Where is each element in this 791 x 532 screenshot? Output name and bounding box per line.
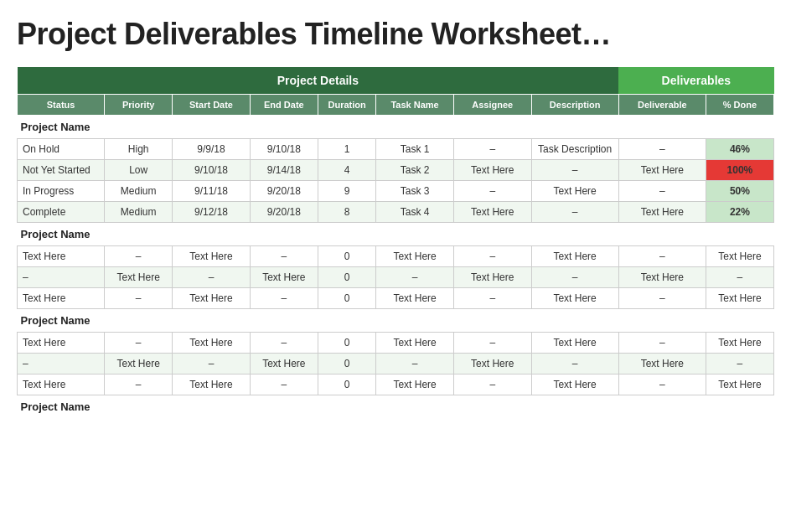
cell-4: 0 — [318, 374, 375, 395]
cell-1: Medium — [105, 202, 173, 223]
col-header-start-date: Start Date — [173, 95, 251, 116]
cell-8: – — [618, 139, 706, 160]
cell-6: – — [453, 139, 531, 160]
cell-6: Text Here — [453, 160, 531, 181]
cell-7: Text Here — [531, 288, 618, 309]
table-row: In ProgressMedium9/11/189/20/189Task 3–T… — [18, 181, 774, 202]
cell-4: 1 — [318, 139, 375, 160]
cell-1: Low — [105, 160, 173, 181]
cell-0: Text Here — [18, 288, 105, 309]
cell-4: 0 — [318, 333, 375, 354]
cell-2: 9/12/18 — [173, 202, 251, 223]
section-name-3: Project Name — [18, 395, 774, 419]
table-row: Not Yet StartedLow9/10/189/14/184Task 2T… — [18, 160, 774, 181]
cell-7: Text Here — [531, 374, 618, 395]
cell-9: Text Here — [706, 374, 773, 395]
cell-5: Task 3 — [376, 181, 454, 202]
cell-7: Text Here — [531, 333, 618, 354]
cell-9: 50% — [706, 181, 773, 202]
table-row: Text Here–Text Here–0Text Here–Text Here… — [18, 374, 774, 395]
cell-1: – — [105, 374, 173, 395]
cell-0: Not Yet Started — [18, 160, 105, 181]
cell-6: Text Here — [453, 267, 531, 288]
cell-8: Text Here — [618, 202, 706, 223]
cell-3: 9/10/18 — [250, 139, 318, 160]
cell-3: – — [250, 288, 318, 309]
cell-8: – — [618, 333, 706, 354]
cell-2: 9/10/18 — [173, 160, 251, 181]
cell-3: Text Here — [250, 354, 318, 374]
cell-5: Task 1 — [376, 139, 454, 160]
cell-9: Text Here — [706, 288, 773, 309]
cell-6: – — [453, 181, 531, 202]
cell-5: Text Here — [376, 333, 454, 354]
table-row: CompleteMedium9/12/189/20/188Task 4Text … — [18, 202, 774, 223]
group-details-header: Project Details — [18, 67, 619, 95]
cell-2: – — [173, 354, 251, 374]
cell-9: 46% — [706, 139, 773, 160]
cell-0: Text Here — [18, 246, 105, 267]
cell-7: – — [531, 354, 618, 374]
cell-9: 100% — [706, 160, 773, 181]
page-title: Project Deliverables Timeline Worksheet… — [17, 17, 774, 52]
cell-3: – — [250, 333, 318, 354]
cell-5: – — [376, 354, 454, 374]
cell-4: 0 — [318, 267, 375, 288]
cell-8: – — [618, 246, 706, 267]
section-name-2: Project Name — [18, 309, 774, 333]
cell-3: 9/20/18 — [250, 202, 318, 223]
cell-0: Text Here — [18, 374, 105, 395]
cell-9: Text Here — [706, 333, 773, 354]
table-row: On HoldHigh9/9/189/10/181Task 1–Task Des… — [18, 139, 774, 160]
cell-6: Text Here — [453, 202, 531, 223]
cell-4: 0 — [318, 288, 375, 309]
cell-0: Complete — [18, 202, 105, 223]
cell-2: Text Here — [173, 246, 251, 267]
table-row: –Text Here–Text Here0–Text Here–Text Her… — [18, 267, 774, 288]
cell-7: – — [531, 202, 618, 223]
col-header-duration: Duration — [318, 95, 375, 116]
cell-1: – — [105, 288, 173, 309]
cell-4: 8 — [318, 202, 375, 223]
cell-0: – — [18, 354, 105, 374]
cell-1: – — [105, 246, 173, 267]
cell-8: Text Here — [618, 160, 706, 181]
cell-8: – — [618, 374, 706, 395]
cell-8: – — [618, 181, 706, 202]
cell-2: Text Here — [173, 288, 251, 309]
table-row: Text Here–Text Here–0Text Here–Text Here… — [18, 246, 774, 267]
cell-4: 9 — [318, 181, 375, 202]
cell-0: – — [18, 267, 105, 288]
col-header-task-name: Task Name — [376, 95, 454, 116]
cell-9: 22% — [706, 202, 773, 223]
table-row: Text Here–Text Here–0Text Here–Text Here… — [18, 333, 774, 354]
cell-5: Text Here — [376, 374, 454, 395]
cell-1: Text Here — [105, 354, 173, 374]
table-row: –Text Here–Text Here0–Text Here–Text Her… — [18, 354, 774, 374]
cell-6: – — [453, 246, 531, 267]
cell-8: – — [618, 288, 706, 309]
cell-4: 0 — [318, 354, 375, 374]
cell-6: – — [453, 333, 531, 354]
cell-3: – — [250, 246, 318, 267]
cell-9: Text Here — [706, 246, 773, 267]
cell-2: Text Here — [173, 333, 251, 354]
cell-2: – — [173, 267, 251, 288]
cell-9: – — [706, 267, 773, 288]
table-row: Text Here–Text Here–0Text Here–Text Here… — [18, 288, 774, 309]
col-header-end-date: End Date — [250, 95, 318, 116]
cell-7: – — [531, 160, 618, 181]
cell-0: Text Here — [18, 333, 105, 354]
cell-3: Text Here — [250, 267, 318, 288]
cell-1: – — [105, 333, 173, 354]
cell-7: Text Here — [531, 246, 618, 267]
col-header-priority: Priority — [105, 95, 173, 116]
cell-0: In Progress — [18, 181, 105, 202]
section-name-0: Project Name — [18, 116, 774, 139]
cell-6: – — [453, 374, 531, 395]
cell-1: Medium — [105, 181, 173, 202]
cell-5: Text Here — [376, 288, 454, 309]
col-header-deliverable: Deliverable — [618, 95, 706, 116]
cell-1: High — [105, 139, 173, 160]
cell-2: Text Here — [173, 374, 251, 395]
